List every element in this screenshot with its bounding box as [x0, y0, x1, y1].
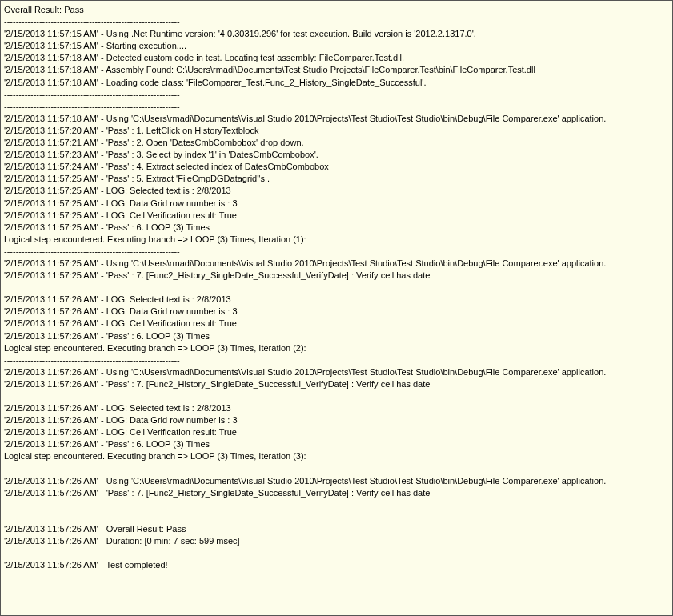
test-log-output: Overall Result: Pass -------------------…	[0, 0, 673, 616]
